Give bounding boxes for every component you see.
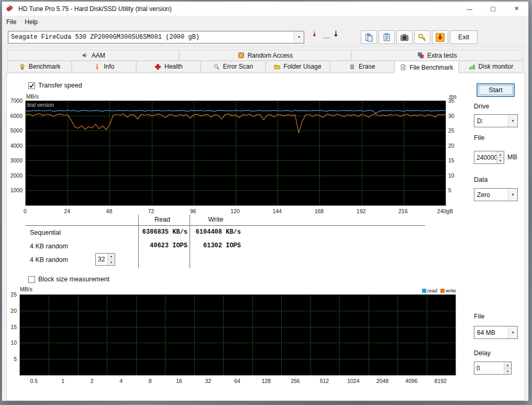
tick-label: 20 [448,143,455,149]
spin-up-icon[interactable]: ▲ [504,362,511,368]
tab-extra-tests[interactable]: Extra tests [351,50,523,61]
delay-value[interactable]: 0 [474,362,504,374]
delay-label: Delay [474,349,491,357]
sequential-read-value: 6386835 KB/s [135,228,187,236]
block-size-chart [19,294,456,376]
block-file-label: File [474,313,484,320]
clipboard-text-icon [382,33,391,42]
clipboard-copy-button[interactable] [361,30,377,44]
tick-label: 35 [448,97,455,104]
tick-label: 10 [10,340,17,346]
queue-depth-spinner[interactable]: 32 ▲▼ [95,253,115,266]
download-button[interactable] [432,30,448,44]
drive-select-value: D: [477,117,483,125]
chevron-down-icon[interactable]: ▼ [294,31,304,43]
maximize-button[interactable]: ▢ [481,2,505,16]
chevron-down-icon[interactable]: ▼ [508,326,517,338]
row-label-sequential: Sequential [30,229,61,236]
erase-icon [349,63,356,70]
tab-row-main: BenchmarkInfoHealthError ScanFolder Usag… [7,61,523,73]
tick-label: 64 [234,378,240,384]
data-label: Data [474,176,487,183]
benchmark-icon [19,63,26,70]
chevron-down-icon[interactable]: ▼ [508,115,517,127]
tab-erase[interactable]: Erase [330,61,394,72]
legend-write: write [440,288,456,293]
file-size-value[interactable]: 240000 [474,151,496,163]
file-size-spinner[interactable]: 240000 ▲▼ [474,151,504,164]
menu-help[interactable]: Help [20,17,42,27]
tick-label: 2048 [376,378,389,384]
tick-label: 3000 [10,157,23,163]
tick-label: 216 [398,208,408,214]
spin-down-icon[interactable]: ▼ [504,368,511,374]
tick-label: 120 [230,208,240,214]
start-button[interactable]: Start [476,83,515,97]
transfer-speed-checkbox[interactable]: Transfer speed [28,82,82,89]
minimize-button[interactable]: — [458,2,481,16]
tab-benchmark[interactable]: Benchmark [7,61,72,72]
tick-label: 1000 [10,187,23,193]
tick-label: 4000 [10,143,23,149]
spin-down-icon[interactable]: ▼ [497,157,504,163]
table-divider [25,225,425,226]
tab-label: Random Access [248,52,293,59]
trial-watermark: trial version [27,102,54,108]
tick-label: 24 [64,208,70,214]
legend-read: read [422,288,437,293]
desktop: { "window": { "title": "HD Tune Pro 5.75… [0,0,532,405]
tab-label: Benchmark [29,63,61,70]
spin-up-icon[interactable]: ▲ [108,254,115,259]
block-size-checkbox[interactable]: Block size measurement [28,276,109,283]
tick-label: 5 [14,356,17,362]
tab-health[interactable]: Health [136,61,201,72]
menu-file[interactable]: File [2,17,20,27]
tab-folder-usage[interactable]: Folder Usage [265,61,330,72]
camera-button[interactable] [396,30,413,44]
title-bar: HD Tune Pro 5.75 - Hard Disk/SSD Utility… [2,2,528,16]
tab-error-scan[interactable]: Error Scan [201,61,265,72]
tick-label: 15 [10,324,17,330]
transfer-speed-label: Transfer speed [38,82,82,89]
tick-label: 4096 [405,378,417,384]
drive-select[interactable]: D: ▼ [474,114,518,127]
tick-label: 168 [315,208,324,214]
chevron-down-icon[interactable]: ▼ [508,189,517,201]
random-read-value: 40623 IOPS [135,242,187,249]
tab-random-access[interactable]: Random Access [179,50,351,61]
window-controls: — ▢ ✕ [458,2,528,16]
block-file-select[interactable]: 64 MB ▼ [474,326,518,339]
tick-label: 6000 [10,113,23,119]
data-pattern-select[interactable]: Zero ▼ [474,188,518,201]
tick-label: 96 [190,208,196,214]
tab-disk-monitor[interactable]: Disk monitor [459,61,523,72]
tab-info[interactable]: Info [72,61,136,72]
speaker-icon [82,52,88,59]
error-scan-icon [213,63,220,70]
tab-file-benchmark[interactable]: File Benchmark [394,61,459,73]
temperature-dark-icon [332,30,339,37]
tick-label: 7000 [10,97,23,104]
device-combo[interactable]: Seagate FireCuda 530 ZP2000GM300SU6SM001… [8,31,304,43]
close-button[interactable]: ✕ [505,2,528,16]
temperature-icon [311,30,318,37]
tick-label: 1024 [347,378,359,384]
tick-label: 0.5 [30,378,38,384]
checkbox-checked-icon[interactable] [28,82,35,89]
checkbox-unchecked-icon[interactable] [28,276,35,283]
health-icon [154,63,161,70]
tab-label: Info [104,63,114,70]
file-size-unit: MB [507,154,517,161]
spin-down-icon[interactable]: ▼ [108,259,115,266]
tick-label: 128 [262,378,271,384]
delay-spinner[interactable]: 0 ▲▼ [474,362,512,375]
spin-up-icon[interactable]: ▲ [497,151,504,157]
exit-button[interactable]: Exit [450,30,478,44]
tab-label: Error Scan [223,63,253,70]
folder-icon [274,63,281,70]
queue-depth-value[interactable]: 32 [96,254,107,265]
tick-label: 2000 [10,172,23,179]
clipboard-text-button[interactable] [379,30,395,44]
tab-aam[interactable]: AAM [7,50,179,61]
key-button[interactable] [414,30,430,44]
